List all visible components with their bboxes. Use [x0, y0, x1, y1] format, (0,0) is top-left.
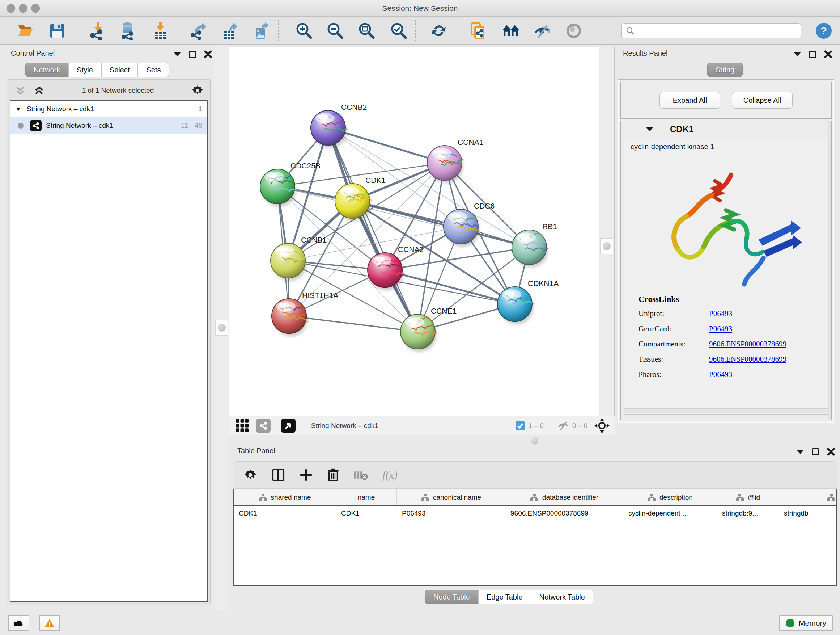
collapse-all-networks-icon[interactable] — [15, 85, 26, 96]
import-network-database-icon[interactable] — [119, 22, 137, 40]
results-vertical-scrollbar[interactable] — [828, 121, 831, 420]
expand-all-networks-icon[interactable] — [34, 85, 44, 96]
network-edge[interactable] — [328, 128, 418, 332]
table-tab-network-table[interactable]: Network Table — [531, 590, 593, 604]
control-panel-close-icon[interactable] — [204, 50, 212, 58]
zoom-in-icon[interactable] — [295, 22, 313, 40]
network-edge[interactable] — [352, 201, 529, 247]
copy-network-icon[interactable] — [469, 22, 487, 40]
create-column-plus-icon[interactable] — [299, 468, 313, 482]
network-node-CDKN1A[interactable]: CDKN1A — [497, 279, 559, 325]
expand-all-button[interactable]: Expand All — [660, 92, 720, 109]
show-all-eye-icon[interactable] — [565, 22, 583, 40]
column-header-description[interactable]: description — [623, 489, 717, 505]
network-node-CCNA1[interactable]: CCNA1 — [427, 138, 483, 183]
column-header-shared-name[interactable]: shared name — [234, 489, 336, 505]
show-columns-icon[interactable] — [271, 468, 286, 482]
horizontal-splitter[interactable] — [229, 435, 840, 446]
results-panel-title: Results Panel — [623, 49, 668, 57]
control-panel-collapse-icon[interactable] — [174, 52, 181, 57]
network-collection-row[interactable]: ▼ String Network – cdk1 1 — [11, 101, 207, 117]
left-splitter-handle[interactable] — [215, 320, 228, 336]
delete-column-trash-icon[interactable] — [327, 468, 340, 482]
network-node-CDC6[interactable]: CDC6 — [444, 202, 494, 247]
export-table-icon[interactable] — [221, 22, 240, 40]
birdseye-crosshair-icon[interactable] — [594, 418, 610, 434]
search-input[interactable] — [638, 27, 801, 35]
window-zoom-button[interactable] — [31, 4, 40, 13]
right-splitter-handle[interactable] — [600, 238, 613, 254]
results-panel-close-icon[interactable] — [824, 50, 832, 58]
table-panel-float-icon[interactable] — [812, 448, 819, 455]
crosslink-link[interactable]: 9606.ENSP00000378699 — [709, 340, 786, 348]
column-header-database-identifier[interactable]: database identifier — [505, 489, 623, 505]
network-node-CCNB2[interactable]: CCNB2 — [311, 103, 367, 148]
network-node-HIST1H1A[interactable]: HIST1H1A — [272, 291, 338, 336]
column-header-name[interactable]: name — [336, 489, 397, 505]
import-network-file-icon[interactable] — [89, 22, 107, 40]
delete-table-icon[interactable] — [354, 469, 369, 481]
network-edge[interactable] — [289, 316, 418, 332]
network-options-gear-icon[interactable] — [191, 84, 204, 97]
network-node-CDK1[interactable]: CDK1 — [335, 176, 386, 221]
gene-name: CDK1 — [670, 124, 693, 134]
splitter-handle[interactable] — [531, 437, 538, 445]
results-horizontal-scrollbar[interactable] — [624, 409, 828, 413]
window-minimize-button[interactable] — [19, 4, 27, 13]
warning-status-button[interactable] — [39, 616, 60, 631]
zoom-out-icon[interactable] — [326, 22, 344, 40]
table-row[interactable]: CDK1CDK1P064939606.ENSP00000378699cyclin… — [234, 506, 836, 522]
gene-section-collapse-icon[interactable] — [646, 127, 653, 131]
network-node-RB1[interactable]: RB1 — [512, 222, 557, 268]
table-tab-edge-table[interactable]: Edge Table — [478, 590, 531, 604]
network-canvas[interactable]: CCNB2CCNA1CDC25BCDK1CDC6RB1CCNB1CCNA2CDK… — [229, 47, 599, 416]
import-table-file-icon[interactable] — [152, 22, 170, 40]
network-node-CCNB1[interactable]: CCNB1 — [271, 236, 327, 281]
control-tab-sets[interactable]: Sets — [138, 63, 169, 77]
help-icon[interactable]: ? — [815, 22, 833, 40]
column-header--id[interactable]: @id — [717, 489, 779, 505]
export-image-icon[interactable] — [253, 22, 271, 40]
refresh-view-icon[interactable] — [430, 22, 448, 40]
crosslink-link[interactable]: P06493 — [709, 325, 732, 333]
network-selected-status: 1 of 1 Network selected — [44, 87, 191, 95]
left-splitter[interactable] — [214, 44, 229, 611]
crosslink-link[interactable]: P06493 — [709, 309, 732, 318]
open-session-icon[interactable] — [16, 22, 34, 40]
control-tab-select[interactable]: Select — [101, 63, 138, 77]
network-row[interactable]: String Network – cdk1 11 48 — [11, 117, 207, 134]
table-panel-close-icon[interactable] — [827, 448, 835, 456]
collection-expand-icon[interactable]: ▼ — [16, 106, 21, 112]
crosslink-link[interactable]: 9606.ENSP00000378699 — [709, 355, 786, 364]
column-header-canonical-name[interactable]: canonical name — [397, 489, 505, 505]
results-panel-float-icon[interactable] — [809, 51, 816, 58]
selected-checkbox-icon[interactable] — [515, 421, 525, 431]
collapse-all-button[interactable]: Collapse All — [732, 92, 793, 109]
cloud-status-button[interactable] — [8, 616, 29, 631]
memory-button[interactable]: Memory — [779, 616, 833, 631]
table-options-gear-icon[interactable] — [243, 468, 257, 482]
window-close-button[interactable] — [6, 4, 15, 13]
results-tab-string[interactable]: String — [707, 63, 743, 77]
search-field[interactable] — [622, 23, 801, 38]
hide-selected-eye-icon[interactable] — [533, 22, 551, 40]
detach-view-icon[interactable] — [281, 418, 295, 433]
function-builder-icon[interactable]: f(x) — [382, 469, 398, 481]
network-tree: ▼ String Network – cdk1 1 String Network… — [10, 100, 208, 602]
table-panel-collapse-icon[interactable] — [797, 450, 804, 454]
column-header-namespace[interactable]: namespace — [779, 489, 837, 505]
network-view-share-icon[interactable] — [256, 418, 271, 433]
save-session-icon[interactable] — [48, 22, 66, 40]
export-network-icon[interactable] — [189, 22, 208, 40]
control-tab-network[interactable]: Network — [25, 63, 68, 77]
results-panel-collapse-icon[interactable] — [794, 52, 801, 57]
control-tab-style[interactable]: Style — [68, 63, 101, 77]
right-splitter[interactable] — [599, 47, 615, 416]
grid-view-icon[interactable] — [235, 418, 249, 433]
zoom-fit-icon[interactable] — [357, 22, 376, 40]
zoom-selected-icon[interactable] — [390, 22, 408, 40]
table-tab-node-table[interactable]: Node Table — [425, 590, 478, 604]
control-panel-float-icon[interactable] — [189, 51, 196, 58]
crosslink-link[interactable]: P06493 — [709, 370, 732, 379]
home-layout-icon[interactable] — [502, 22, 520, 40]
